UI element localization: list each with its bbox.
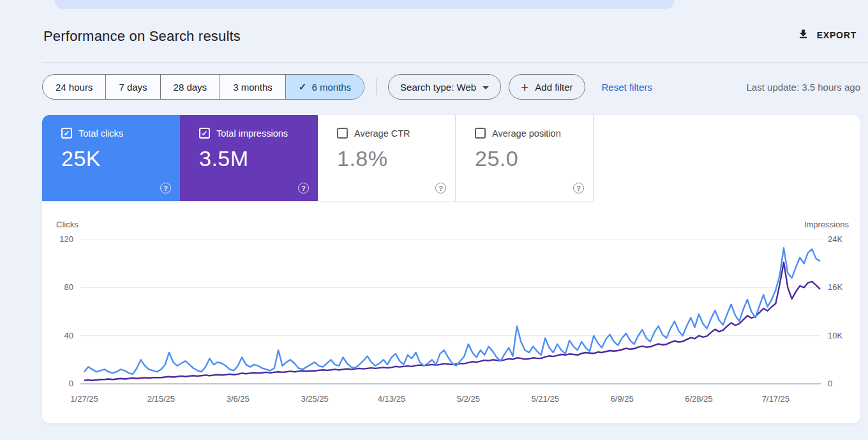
y-axis-tick-clicks: 0 — [42, 379, 73, 388]
x-axis-tick: 3/6/25 — [227, 394, 250, 404]
performance-chart: Clicks Impressions 004010K8016K12024K1/2… — [42, 115, 860, 423]
date-range-label: 6 months — [311, 82, 351, 93]
date-range-7-days[interactable]: 7 days — [105, 75, 160, 99]
x-axis-tick: 7/17/25 — [762, 394, 789, 404]
x-axis-tick: 5/21/25 — [532, 394, 559, 404]
reset-filters-link[interactable]: Reset filters — [602, 82, 652, 93]
date-range-label: 24 hours — [56, 82, 93, 93]
y-axis-tick-clicks: 40 — [42, 331, 73, 340]
header-divider — [42, 62, 868, 63]
y-axis-tick-clicks: 120 — [42, 234, 73, 244]
last-update-text: Last update: 3.5 hours ago — [747, 82, 860, 93]
date-range-3-months[interactable]: 3 months — [220, 75, 285, 99]
date-range-28-days[interactable]: 28 days — [160, 75, 220, 99]
x-axis-tick: 2/15/25 — [147, 394, 175, 404]
y-axis-tick-impressions: 10K — [828, 331, 842, 340]
search-type-dropdown[interactable]: Search type: Web — [388, 74, 501, 100]
x-axis-tick: 3/25/25 — [301, 394, 328, 404]
date-range-selector: 24 hours 7 days 28 days 3 months ✓ 6 mon… — [42, 74, 364, 100]
x-axis-tick: 6/28/25 — [685, 394, 712, 404]
y-axis-tick-clicks: 80 — [42, 282, 73, 292]
y-axis-tick-impressions: 0 — [828, 379, 832, 388]
add-filter-label: Add filter — [535, 82, 572, 93]
download-icon — [797, 28, 809, 42]
date-range-label: 7 days — [119, 82, 147, 93]
x-axis-tick: 4/13/25 — [378, 394, 405, 404]
chart-canvas[interactable] — [42, 115, 860, 423]
filter-section-divider — [376, 79, 377, 95]
check-icon: ✓ — [299, 81, 307, 93]
add-filter-button[interactable]: + Add filter — [509, 74, 585, 100]
y-axis-tick-impressions: 16K — [828, 282, 842, 292]
plus-icon: + — [521, 80, 528, 94]
export-button[interactable]: EXPORT — [797, 28, 857, 42]
search-console-performance-page: Performance on Search results EXPORT 24 … — [0, 0, 868, 440]
search-type-label: Search type: Web — [400, 82, 476, 93]
x-axis-tick: 5/2/25 — [457, 394, 480, 404]
date-range-6-months[interactable]: ✓ 6 months — [285, 75, 364, 99]
date-range-24-hours[interactable]: 24 hours — [43, 75, 105, 99]
y-axis-tick-impressions: 24K — [828, 234, 842, 244]
date-range-label: 3 months — [233, 82, 273, 93]
export-label: EXPORT — [817, 30, 857, 40]
x-axis-tick: 6/9/25 — [610, 394, 633, 404]
chevron-down-icon — [483, 86, 489, 89]
performance-panel: ✓ Total clicks 25K ? ✓ Total impressions… — [42, 115, 860, 423]
date-range-label: 28 days — [174, 82, 207, 93]
x-axis-tick: 1/27/25 — [70, 394, 98, 404]
top-search-bar[interactable] — [54, 0, 675, 9]
filter-bar: 24 hours 7 days 28 days 3 months ✓ 6 mon… — [42, 74, 860, 100]
series-line-clicks[interactable] — [84, 248, 820, 374]
page-title: Performance on Search results — [43, 28, 241, 45]
